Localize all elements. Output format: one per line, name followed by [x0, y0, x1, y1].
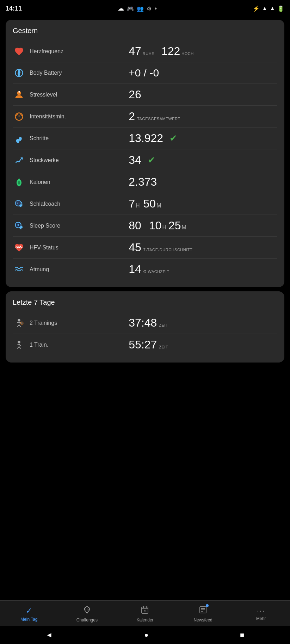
stresslevel-row[interactable]: ! Stresslevel 26: [13, 84, 277, 106]
hfv-value: 45 7-TAGE-DURCHSCHNITT: [129, 241, 277, 254]
android-nav: ◄ ● ■: [0, 626, 290, 644]
floors-icon: [13, 154, 25, 167]
body-battery-val: +0 / -0: [129, 67, 159, 79]
schlafcoach-label: Schlafcoach: [30, 201, 129, 207]
training1-unit: ZEIT: [159, 323, 168, 327]
sleep-score-row[interactable]: z z Sleep Score 80 10 H 25 M: [13, 215, 277, 237]
kalorien-value: 2.373: [129, 175, 277, 188]
hfv-val: 45: [129, 241, 141, 254]
hfv-icon: [13, 241, 25, 254]
stockwerke-label: Stockwerke: [30, 157, 129, 163]
training2-row[interactable]: 1 Train. 55:27 ZEIT: [13, 334, 277, 355]
sleep-score-main: 80: [129, 219, 141, 232]
svg-line-19: [17, 324, 19, 327]
training1-icon: [13, 317, 25, 329]
steps-icon: [13, 132, 25, 145]
training2-value: 55:27 ZEIT: [129, 338, 277, 351]
intensitaetsmin-val: 2: [129, 110, 135, 123]
schritte-val: 13.922: [129, 132, 163, 145]
nav-challenges[interactable]: Challenges: [58, 606, 116, 623]
mehr-icon: ···: [257, 607, 265, 615]
sleep-icon: z z: [13, 198, 25, 210]
svg-text:z: z: [21, 204, 22, 206]
herzfrequenz-hoch-val: 122: [161, 45, 180, 58]
training1-label: 2 Trainings: [30, 320, 129, 326]
schlafcoach-row[interactable]: z z Schlafcoach 7 H 50 M: [13, 193, 277, 215]
sleep-score-value: 80 10 H 25 M: [129, 219, 277, 232]
kalender-label: Kalender: [136, 618, 153, 623]
cloud-icon: ☁: [118, 5, 124, 12]
kalorien-val: 2.373: [129, 175, 157, 188]
newsfeed-icon: [199, 606, 207, 616]
training1-value: 37:48 ZEIT: [129, 316, 277, 329]
stockwerke-check: ✔: [148, 155, 155, 166]
sleep-score-h-unit: H: [162, 224, 166, 231]
svg-point-16: [18, 319, 20, 321]
body-battery-value: +0 / -0: [129, 67, 277, 79]
mehr-label: Mehr: [256, 616, 266, 621]
newsfeed-label: Newsfeed: [193, 618, 212, 623]
stresslevel-val: 26: [129, 88, 141, 101]
sleep-score-m: 25: [168, 219, 181, 232]
intensity-icon: [13, 110, 25, 123]
dot-indicator: •: [154, 5, 157, 13]
status-right-icons: ⚡ ▲ ▲ 🔋: [253, 5, 284, 12]
schlafcoach-value: 7 H 50 M: [129, 197, 277, 210]
kalorien-label: Kalorien: [30, 179, 129, 185]
scroll-content: Gestern Herzfrequenz 47 RUHE 122 HOCH: [0, 17, 290, 600]
android-home[interactable]: ●: [144, 631, 148, 639]
training1-row[interactable]: 2 Trainings 37:48 ZEIT: [13, 312, 277, 334]
hfv-row[interactable]: HFV-Status 45 7-TAGE-DURCHSCHNITT: [13, 237, 277, 259]
stresslevel-label: Stresslevel: [30, 92, 129, 98]
nav-newsfeed[interactable]: Newsfeed: [174, 606, 232, 623]
team-icon: 👥: [137, 5, 144, 12]
challenges-label: Challenges: [76, 618, 98, 623]
atmung-sublabel: Ø WACHZEIT: [143, 270, 169, 274]
svg-line-26: [17, 346, 19, 348]
nav-mehr[interactable]: ··· Mehr: [232, 607, 290, 621]
svg-text:31: 31: [144, 610, 147, 612]
intensitaetsmin-label: Intensitätsmin.: [30, 113, 129, 120]
sleep-score-label: Sleep Score: [30, 223, 129, 229]
svg-text:!: !: [18, 91, 19, 93]
kalorien-row[interactable]: Kalorien 2.373: [13, 171, 277, 193]
herzfrequenz-ruhe-label: RUHE: [143, 51, 154, 56]
svg-line-27: [19, 346, 21, 348]
stockwerke-row[interactable]: Stockwerke 34 ✔: [13, 149, 277, 171]
atmung-row[interactable]: Atmung 14 Ø WACHZEIT: [13, 259, 277, 280]
nav-mein-tag[interactable]: ✓ Mein Tag: [0, 606, 58, 622]
intensitaetsmin-sublabel: TAGESGESAMTWERT: [137, 117, 180, 121]
stockwerke-value: 34 ✔: [129, 154, 277, 167]
atmung-label: Atmung: [30, 266, 129, 273]
schlafcoach-h-unit: H: [136, 203, 140, 209]
hfv-label: HFV-Status: [30, 244, 129, 251]
herzfrequenz-row[interactable]: Herzfrequenz 47 RUHE 122 HOCH: [13, 41, 277, 62]
schlafcoach-m-val: 50: [143, 197, 156, 210]
newsfeed-badge: [206, 604, 209, 607]
battery-icon: 🔋: [277, 5, 284, 12]
sleep-score-h: 10: [149, 219, 162, 232]
android-back[interactable]: ◄: [46, 631, 53, 639]
schritte-row[interactable]: Schritte 13.922 ✔: [13, 128, 277, 149]
gestern-card: Gestern Herzfrequenz 47 RUHE 122 HOCH: [6, 20, 284, 287]
letzte7tage-title: Letzte 7 Tage: [13, 298, 277, 306]
intensitaetsmin-row[interactable]: Intensitätsmin. 2 TAGESGESAMTWERT: [13, 106, 277, 128]
schlafcoach-m-unit: M: [156, 203, 161, 209]
training2-label: 1 Train.: [30, 342, 129, 348]
status-time: 14:11: [6, 5, 22, 12]
android-recent[interactable]: ■: [240, 631, 244, 639]
training2-val: 55:27: [129, 338, 157, 351]
herzfrequenz-hoch-label: HOCH: [181, 51, 193, 56]
herzfrequenz-label: Herzfrequenz: [30, 48, 129, 55]
mein-tag-icon: ✓: [26, 606, 32, 615]
status-bar: 14:11 ☁ 🎮 👥 ⚙ • ⚡ ▲ ▲ 🔋: [0, 0, 290, 17]
training1-val: 37:48: [129, 316, 157, 329]
atmung-icon: [13, 263, 25, 276]
svg-point-24: [18, 341, 20, 343]
body-battery-row[interactable]: Body Battery +0 / -0: [13, 62, 277, 84]
sleep-score-icon: z z: [13, 219, 25, 232]
schritte-check: ✔: [169, 133, 177, 144]
nav-kalender[interactable]: 31 Kalender: [116, 606, 174, 623]
kalender-icon: 31: [141, 606, 149, 616]
schlafcoach-h-val: 7: [129, 197, 135, 210]
